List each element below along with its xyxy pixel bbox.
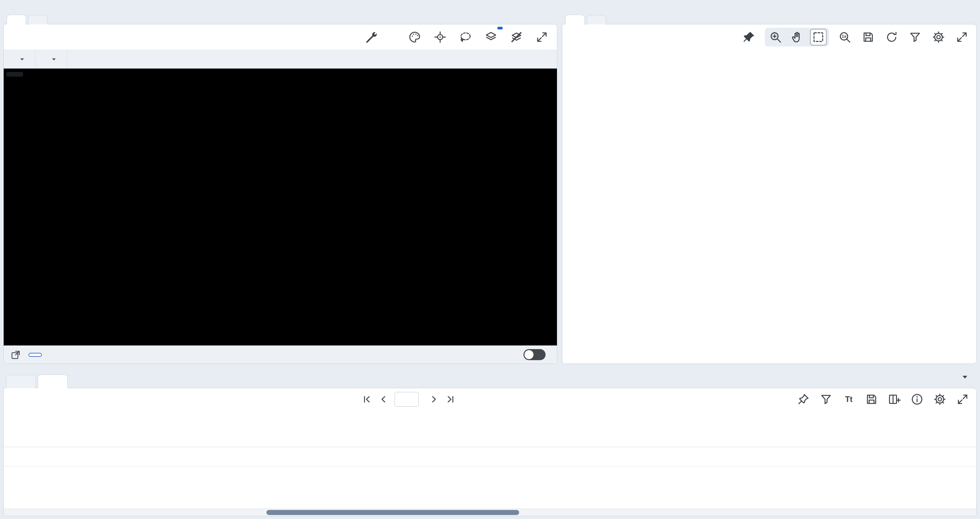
status-dot-green [13,379,19,384]
marquee-select-icon [811,30,825,44]
tools-button[interactable] [364,29,380,45]
chart-toolbar: 1x [562,24,976,50]
last-page-button[interactable] [444,392,458,406]
expand-icon [535,30,549,44]
next-page-button[interactable] [427,392,441,406]
scrollbar-thumb[interactable] [266,510,519,515]
add-column-icon [888,393,901,406]
pin-table-button[interactable] [795,392,811,407]
coverage-tabbar [3,3,557,24]
table-header-row [4,410,976,447]
tab-details[interactable] [587,15,606,24]
restore-chart-button[interactable] [884,29,899,45]
table-info-button[interactable] [909,392,925,407]
svg-text:Tt: Tt [845,395,853,404]
zoom-mode-button[interactable] [768,29,783,45]
pan-mode-button[interactable] [789,29,805,45]
info-icon [910,393,924,406]
coverage-panel [3,3,557,364]
save-table-button[interactable] [864,392,879,407]
overlays-off-button[interactable] [509,29,524,45]
table-settings-button[interactable] [932,392,948,407]
top-row: 1x [3,3,977,364]
filter-icon [908,30,922,44]
lasso-select-icon [459,30,472,44]
filter-icon [819,393,833,406]
zoom-in-icon [769,30,782,44]
toggle-knob [525,350,533,359]
projection-dropdown[interactable] [35,50,67,68]
chart-mode-group [765,28,829,46]
filter-chart-button[interactable] [907,29,923,45]
zoom-original-icon: 1x [838,30,851,44]
sky-overlay [4,68,557,346]
status-dot-red [45,379,51,384]
settings-gear-icon [933,393,947,406]
select-mode-button[interactable] [811,29,826,45]
filter-table-button[interactable] [818,392,834,407]
table-toolbar: Tt [4,388,976,410]
pin-icon [742,30,756,44]
restore-icon [885,30,898,44]
chart-panel: 1x [562,3,977,364]
expand-chart-button[interactable] [954,29,970,45]
table-filter-row [4,447,976,467]
table-tabstrip [3,368,977,388]
overlays-off-icon [510,30,523,44]
table-panel: Tt [3,368,977,516]
coverage-toolbar [4,24,557,50]
skip-last-icon [445,394,455,404]
pin-chart-button[interactable] [741,29,757,45]
chart-settings-button[interactable] [931,29,946,45]
prev-page-button[interactable] [377,392,391,406]
open-new-icon [10,349,21,360]
skip-first-icon [362,394,372,404]
lasso-select-button[interactable] [458,29,473,45]
click-lock-toggle[interactable] [523,349,546,360]
table-tools: Tt [795,392,976,407]
sky-view[interactable] [4,68,557,346]
svg-text:1x: 1x [842,34,846,39]
save-icon [862,30,875,44]
chart-tabbar [562,3,977,24]
add-column-button[interactable] [887,392,902,407]
tools-icon [365,30,379,44]
zoom-original-button[interactable]: 1x [837,29,853,45]
recenter-icon [433,30,447,44]
tab-coverage[interactable] [7,15,26,24]
table-grid [4,410,976,516]
pan-hand-icon [790,30,803,44]
color-palette-button[interactable] [407,29,422,45]
hips-moc-dropdown[interactable] [4,50,35,68]
coord-system-chip[interactable] [29,353,42,357]
collapse-caret[interactable] [961,373,969,383]
popout-viewer-button[interactable] [9,348,22,362]
horizontal-scrollbar[interactable] [4,509,976,516]
recenter-button[interactable] [433,29,448,45]
table-tab-data-int[interactable] [6,375,36,388]
save-icon [865,393,878,406]
page-input[interactable] [395,392,419,406]
layers-icon [484,30,498,44]
caret-down-icon [50,56,57,63]
expand-coverage-button[interactable] [534,29,550,45]
color-palette-icon [408,30,422,44]
tab-data-product[interactable] [28,15,48,24]
scatter-svg[interactable] [562,50,976,363]
chart-area [562,50,976,363]
settings-gear-icon [932,30,945,44]
chevron-right-icon [429,394,439,404]
chevron-left-icon [379,394,388,404]
table-tab-data-int-1[interactable] [38,375,68,388]
expand-icon [956,393,969,406]
caret-down-icon [961,373,969,381]
text-view-button[interactable]: Tt [841,392,856,407]
table-pagination [360,392,465,406]
save-chart-button[interactable] [861,29,876,45]
layers-button[interactable] [483,29,499,45]
expand-table-button[interactable] [955,392,970,407]
layers-count-badge [497,27,503,29]
first-page-button[interactable] [360,392,374,406]
tab-active-chart[interactable] [565,15,585,24]
coverage-statusbar [4,346,557,363]
